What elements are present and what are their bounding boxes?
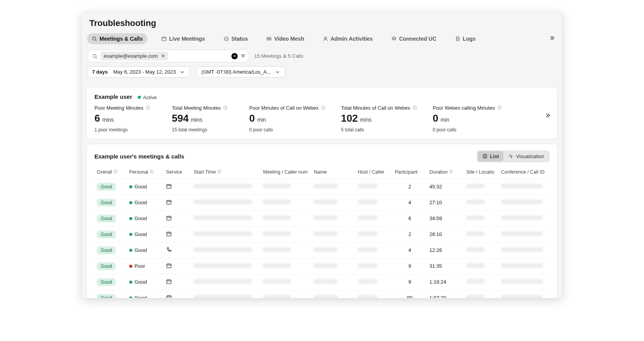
- svg-point-6: [268, 38, 269, 39]
- date-range-selector[interactable]: 7 days May 6, 2023 - May 12, 2023: [87, 66, 190, 78]
- redacted-value: [466, 215, 485, 220]
- search-chip-text: example@example.com: [104, 53, 158, 59]
- status-dot-icon: [129, 281, 132, 284]
- section-title: Example user's meetings & calls: [94, 153, 184, 160]
- redacted-value: [314, 279, 337, 284]
- redacted-value: [314, 184, 337, 188]
- info-icon: [146, 105, 150, 110]
- col-number[interactable]: Meeting / Caller num: [261, 166, 312, 179]
- table-row[interactable]: GoodPoor931:35: [94, 258, 550, 274]
- col-duration[interactable]: Duration: [427, 166, 464, 179]
- filter-icon[interactable]: [240, 53, 246, 59]
- status-dot-icon: [138, 96, 141, 99]
- table-row[interactable]: GoodGood427:10: [94, 195, 550, 210]
- redacted-value: [314, 263, 337, 268]
- svg-line-13: [96, 57, 97, 58]
- redacted-value: [501, 231, 543, 236]
- redacted-value: [466, 295, 485, 298]
- metric-label: Poor Minutes of Call on Webex: [249, 105, 325, 111]
- redacted-value: [194, 231, 252, 236]
- tab-status[interactable]: Status: [219, 33, 253, 44]
- redacted-value: [194, 295, 252, 298]
- table-row[interactable]: GoodGood634:59: [94, 210, 550, 226]
- redacted-value: [358, 184, 377, 188]
- table-row[interactable]: GoodGood901:07:20: [94, 290, 550, 298]
- timezone-selector[interactable]: (GMT -07:00) America/Los_A...: [196, 66, 285, 78]
- redacted-value: [466, 279, 485, 284]
- info-icon: [149, 169, 154, 174]
- service-icon: [166, 199, 172, 205]
- col-start[interactable]: Start Time: [192, 166, 261, 179]
- tab-live-meetings[interactable]: Live Meetings: [157, 33, 210, 44]
- col-host[interactable]: Host / Caller: [356, 166, 393, 179]
- user-status-text: Active: [143, 95, 157, 100]
- content-area: Example user Active Poor Meeting Minutes…: [82, 84, 562, 298]
- svg-line-1: [96, 40, 97, 41]
- tab-meetings-calls[interactable]: Meetings & Calls: [87, 33, 147, 44]
- col-site[interactable]: Site / Locatio: [464, 166, 499, 179]
- redacted-value: [314, 200, 337, 204]
- calendar-icon: [161, 36, 167, 41]
- tabs-overflow[interactable]: [547, 33, 557, 44]
- col-service[interactable]: Service: [164, 166, 192, 179]
- svg-point-12: [93, 54, 96, 57]
- metric-label: Poor Webex calling Minutes: [433, 105, 502, 111]
- participants-value: 9: [408, 263, 411, 269]
- col-personal[interactable]: Personal: [127, 166, 164, 179]
- search-box[interactable]: example@example.com ✕ ✕: [87, 50, 250, 62]
- table-row[interactable]: GoodGood245:32: [94, 179, 550, 195]
- personal-status: Good: [129, 279, 147, 285]
- table-row[interactable]: GoodGood228:10: [94, 226, 550, 242]
- service-icon: [166, 231, 172, 237]
- overall-badge: Good: [97, 246, 116, 254]
- meetings-calls-card: Example user's meetings & calls List Vis…: [86, 144, 558, 298]
- status-dot-icon: [129, 249, 132, 252]
- calendar-icon: [166, 263, 172, 269]
- redacted-value: [466, 247, 485, 252]
- document-icon: [455, 36, 461, 41]
- redacted-value: [263, 184, 291, 188]
- col-conf[interactable]: Conference / Call ID: [499, 166, 550, 179]
- service-icon: [166, 247, 172, 253]
- duration-value: 1:19:24: [430, 279, 446, 285]
- participants-value: 4: [408, 247, 411, 253]
- info-icon: [449, 169, 453, 174]
- personal-status: Good: [129, 200, 147, 205]
- svg-rect-2: [162, 37, 166, 40]
- view-list-button[interactable]: List: [478, 151, 504, 162]
- table-row[interactable]: GoodGood91:19:24: [94, 274, 550, 290]
- tab-video-mesh[interactable]: Video Mesh: [262, 33, 309, 44]
- redacted-value: [501, 279, 543, 284]
- calendar-icon: [166, 231, 172, 237]
- redacted-value: [501, 263, 543, 268]
- tab-logs[interactable]: Logs: [450, 33, 480, 44]
- calendar-icon: [166, 183, 172, 189]
- tab-connected-uc[interactable]: Connected UC: [387, 33, 441, 44]
- col-name[interactable]: Name: [312, 166, 355, 179]
- tab-admin-activities[interactable]: Admin Activities: [318, 33, 377, 44]
- duration-value: 45:32: [430, 184, 442, 189]
- search-clear-all[interactable]: ✕: [231, 53, 238, 59]
- search-chip-remove[interactable]: ✕: [161, 53, 165, 59]
- table-row[interactable]: GoodGood412:26: [94, 242, 550, 258]
- view-visualization-button[interactable]: Visualization: [504, 151, 549, 162]
- metric-3: Total Minutes of Call on Webex 102mins5 …: [341, 105, 417, 133]
- metrics-grid: Poor Meeting Minutes 6mins1 poor meeting…: [94, 105, 550, 133]
- svg-point-19: [148, 107, 148, 107]
- metrics-overflow[interactable]: [544, 112, 551, 120]
- metric-subtext: 5 total calls: [341, 127, 417, 133]
- duration-value: 12:26: [430, 247, 442, 253]
- calendar-icon: [166, 199, 172, 205]
- user-icon: [323, 36, 328, 41]
- troubleshooting-panel: Troubleshooting Meetings & Calls Live Me…: [81, 12, 563, 298]
- metric-subtext: 15 total meetings: [172, 127, 234, 133]
- stack-icon: [391, 36, 397, 41]
- col-overall[interactable]: Overall: [94, 166, 127, 179]
- col-participants[interactable]: Participant: [392, 166, 427, 179]
- search-row: example@example.com ✕ ✕ 15 Meetings & 5 …: [82, 47, 562, 65]
- info-icon: [321, 105, 325, 110]
- participants-value: 2: [408, 231, 411, 237]
- view-toggle: List Visualization: [477, 150, 550, 162]
- redacted-value: [358, 247, 377, 252]
- redacted-value: [194, 200, 252, 204]
